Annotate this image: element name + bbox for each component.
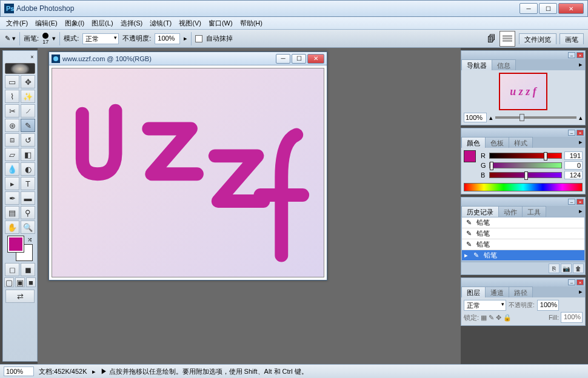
- menu-view[interactable]: 视图(V): [175, 18, 205, 29]
- lock-move-icon[interactable]: ✥: [496, 314, 501, 322]
- doc-close-button[interactable]: ✕: [307, 54, 324, 64]
- blend-mode-dropdown[interactable]: 正常: [82, 33, 119, 44]
- tab-swatches[interactable]: 色板: [485, 137, 509, 148]
- brush-preset-dropdown-icon[interactable]: ▾: [52, 35, 56, 42]
- maximize-button[interactable]: ☐: [539, 3, 557, 14]
- document-titlebar[interactable]: www.uzzf.com @ 100%(RGB) ─ ☐ ✕: [49, 52, 327, 65]
- close-button[interactable]: ✕: [558, 3, 584, 14]
- foreground-color-swatch[interactable]: [8, 236, 24, 252]
- panel-menu-icon[interactable]: ▸: [576, 59, 585, 70]
- menu-help[interactable]: 帮助(H): [236, 18, 266, 29]
- healing-brush-tool[interactable]: ⊛: [5, 119, 19, 132]
- tab-styles[interactable]: 样式: [509, 137, 533, 148]
- panel-menu-icon[interactable]: ▸: [576, 137, 585, 148]
- pencil-tool[interactable]: ✎: [21, 119, 35, 132]
- notes-tool[interactable]: ▤: [5, 206, 19, 219]
- color-ramp[interactable]: [464, 183, 583, 191]
- zoom-out-icon[interactable]: ▴: [489, 114, 493, 122]
- screen-full-menu-icon[interactable]: ▣: [15, 277, 25, 287]
- new-snapshot-icon[interactable]: 📷: [561, 264, 572, 273]
- file-browser-icon[interactable]: 🗐: [487, 34, 496, 44]
- move-tool[interactable]: ✥: [21, 75, 35, 88]
- menu-image[interactable]: 图象(I): [61, 18, 88, 29]
- menu-select[interactable]: 选择(S): [117, 18, 147, 29]
- history-item[interactable]: ▸✎铅笔: [462, 250, 584, 261]
- panel-minimize-icon[interactable]: –: [568, 199, 575, 205]
- tab-color[interactable]: 颜色: [461, 137, 486, 148]
- dodge-tool[interactable]: ◐: [21, 162, 35, 176]
- eyedropper-tool[interactable]: ⚲: [21, 206, 35, 219]
- menu-filter[interactable]: 滤镜(T): [146, 18, 175, 29]
- auto-erase-checkbox[interactable]: [195, 35, 202, 42]
- crop-tool[interactable]: ✂: [5, 104, 19, 118]
- doc-minimize-button[interactable]: ─: [276, 54, 290, 64]
- layer-opacity-field[interactable]: 100%: [537, 300, 559, 311]
- palette-well[interactable]: [499, 31, 515, 47]
- b-value[interactable]: 124: [564, 171, 583, 179]
- tab-paths[interactable]: 路径: [509, 287, 533, 297]
- status-docinfo-dropdown-icon[interactable]: ▸: [92, 368, 96, 376]
- g-slider[interactable]: [489, 162, 562, 168]
- opacity-field[interactable]: 100%: [155, 33, 180, 44]
- color-fg-bg-swatches[interactable]: [464, 150, 476, 181]
- clone-stamp-tool[interactable]: ⧈: [5, 133, 19, 147]
- panel-minimize-icon[interactable]: –: [568, 52, 575, 58]
- color-fg-swatch[interactable]: [464, 150, 476, 162]
- menu-window[interactable]: 窗口(W): [205, 18, 236, 29]
- gradient-tool[interactable]: ◧: [21, 148, 35, 161]
- history-item[interactable]: ✎铅笔: [462, 228, 584, 239]
- g-value[interactable]: 0: [564, 161, 583, 170]
- b-slider[interactable]: [489, 172, 562, 178]
- blur-tool[interactable]: 💧: [5, 162, 19, 176]
- magic-wand-tool[interactable]: ✨: [21, 90, 35, 103]
- tab-history[interactable]: 历史记录: [461, 206, 499, 217]
- navigator-thumbnail[interactable]: u z z f: [499, 73, 547, 110]
- history-item[interactable]: ✎铅笔: [462, 217, 584, 228]
- brush-preset[interactable]: 17: [42, 33, 48, 45]
- panel-close-icon[interactable]: ×: [576, 130, 584, 136]
- panel-menu-icon[interactable]: ▸: [576, 287, 585, 297]
- standard-mode-icon[interactable]: ◻: [5, 263, 19, 276]
- zoom-in-icon[interactable]: ▴: [579, 114, 583, 122]
- panel-minimize-icon[interactable]: –: [568, 279, 575, 285]
- r-value[interactable]: 191: [564, 151, 583, 160]
- pen-tool[interactable]: ✒: [5, 191, 19, 205]
- panel-close-icon[interactable]: ×: [576, 199, 584, 205]
- shape-tool[interactable]: ▬: [21, 191, 35, 205]
- lock-trans-icon[interactable]: ▦: [481, 314, 487, 322]
- tab-file-browse[interactable]: 文件浏览: [519, 33, 556, 44]
- panel-minimize-icon[interactable]: –: [568, 130, 575, 136]
- doc-maximize-button[interactable]: ☐: [292, 54, 306, 64]
- history-brush-tool[interactable]: ↺: [21, 133, 35, 147]
- tab-layers[interactable]: 图层: [461, 287, 486, 297]
- slice-tool[interactable]: ⟋: [21, 104, 35, 118]
- panel-close-icon[interactable]: ×: [576, 52, 584, 58]
- swap-colors-icon[interactable]: ⤭: [27, 236, 32, 243]
- navigator-zoom-slider[interactable]: [495, 116, 576, 119]
- tab-brushes[interactable]: 画笔: [560, 33, 584, 44]
- zoom-tool[interactable]: 🔍: [21, 220, 35, 234]
- tab-tools[interactable]: 工具: [522, 206, 546, 217]
- minimize-button[interactable]: ─: [520, 3, 538, 14]
- lock-paint-icon[interactable]: ✎: [489, 314, 494, 322]
- toolbox-close-icon[interactable]: ×: [28, 54, 36, 61]
- marquee-tool[interactable]: ▭: [5, 75, 19, 88]
- tab-navigator[interactable]: 导航器: [461, 59, 492, 70]
- new-doc-from-state-icon[interactable]: ⎘: [549, 264, 560, 273]
- lasso-tool[interactable]: ⌇: [5, 90, 19, 103]
- navigator-zoom-field[interactable]: 100%: [464, 113, 487, 122]
- tab-channels[interactable]: 通道: [485, 287, 509, 297]
- menu-layer[interactable]: 图层(L): [88, 18, 116, 29]
- path-select-tool[interactable]: ▸: [5, 177, 19, 190]
- screen-full-icon[interactable]: ■: [26, 277, 36, 287]
- menu-edit[interactable]: 编辑(E): [32, 18, 61, 29]
- status-zoom[interactable]: 100%: [4, 366, 34, 376]
- jump-to-imageready-icon[interactable]: ⇄: [5, 290, 35, 303]
- screen-standard-icon[interactable]: ▢: [4, 277, 14, 287]
- canvas[interactable]: [52, 68, 324, 277]
- hand-tool[interactable]: ✋: [5, 220, 19, 234]
- layer-fill-field[interactable]: 100%: [561, 312, 583, 323]
- layer-blend-mode[interactable]: 正常: [464, 300, 506, 311]
- history-item[interactable]: ✎铅笔: [462, 239, 584, 250]
- tab-actions[interactable]: 动作: [498, 206, 523, 217]
